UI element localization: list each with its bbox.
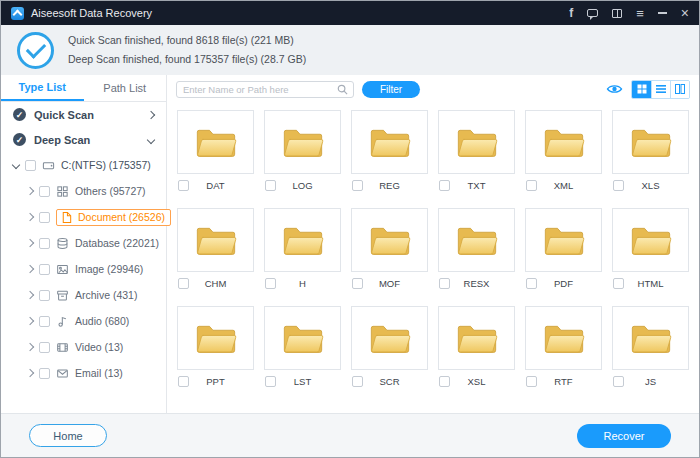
search-input[interactable] — [177, 84, 337, 95]
cell-checkbox[interactable] — [178, 180, 189, 191]
cell-checkbox[interactable] — [178, 376, 189, 387]
sidebar-item-others[interactable]: Others (95727) — [1, 178, 166, 204]
recover-button[interactable]: Recover — [577, 424, 671, 448]
cell-checkbox[interactable] — [439, 180, 450, 191]
file-type-cell[interactable]: XLS — [612, 110, 689, 193]
folder-thumbnail[interactable] — [351, 306, 428, 370]
folder-thumbnail[interactable] — [177, 306, 254, 370]
file-type-cell[interactable]: SCR — [351, 306, 428, 389]
cell-checkbox[interactable] — [265, 376, 276, 387]
cell-checkbox[interactable] — [439, 376, 450, 387]
folder-thumbnail[interactable] — [525, 306, 602, 370]
file-type-cell[interactable]: TXT — [438, 110, 515, 193]
cell-checkbox[interactable] — [613, 278, 624, 289]
file-type-cell[interactable]: HTML — [612, 208, 689, 291]
cell-checkbox[interactable] — [613, 180, 624, 191]
chevron-down-icon[interactable] — [12, 161, 20, 169]
folder-thumbnail[interactable] — [438, 306, 515, 370]
cell-checkbox[interactable] — [352, 180, 363, 191]
folder-thumbnail[interactable] — [351, 208, 428, 272]
folder-thumbnail[interactable] — [612, 306, 689, 370]
folder-thumbnail[interactable] — [351, 110, 428, 174]
guide-icon[interactable] — [612, 9, 622, 18]
sidebar-item-image[interactable]: Image (29946) — [1, 256, 166, 282]
file-type-cell[interactable]: PPT — [177, 306, 254, 389]
file-type-cell[interactable]: CHM — [177, 208, 254, 291]
cell-checkbox[interactable] — [265, 278, 276, 289]
sidebar-item-archive[interactable]: Archive (431) — [1, 282, 166, 308]
folder-thumbnail[interactable] — [438, 110, 515, 174]
file-type-cell[interactable]: REG — [351, 110, 428, 193]
chevron-right-icon[interactable] — [26, 239, 34, 247]
grid-view-button[interactable] — [632, 81, 651, 98]
folder-thumbnail[interactable] — [438, 208, 515, 272]
filter-button[interactable]: Filter — [362, 81, 420, 98]
chevron-right-icon[interactable] — [147, 110, 155, 118]
file-type-cell[interactable]: JS — [612, 306, 689, 389]
list-view-button[interactable] — [651, 81, 670, 98]
chevron-right-icon[interactable] — [26, 187, 34, 195]
search-box[interactable] — [176, 81, 354, 98]
file-type-cell[interactable]: H — [264, 208, 341, 291]
sidebar-item-quick-scan[interactable]: ✓ Quick Scan — [1, 102, 166, 127]
chevron-right-icon[interactable] — [26, 265, 34, 273]
cell-checkbox[interactable] — [613, 376, 624, 387]
detail-view-button[interactable] — [670, 81, 689, 98]
folder-thumbnail[interactable] — [525, 110, 602, 174]
sidebar-item-deep-scan[interactable]: ✓ Deep Scan — [1, 127, 166, 152]
file-type-cell[interactable]: PDF — [525, 208, 602, 291]
sidebar-item-video[interactable]: Video (13) — [1, 334, 166, 360]
folder-thumbnail[interactable] — [264, 208, 341, 272]
preview-eye-icon[interactable] — [606, 83, 623, 95]
tab-type-list[interactable]: Type List — [1, 75, 84, 101]
sidebar-item-email[interactable]: Email (13) — [1, 360, 166, 386]
file-type-cell[interactable]: MOF — [351, 208, 428, 291]
tree-checkbox[interactable] — [39, 368, 50, 379]
minimize-icon[interactable] — [658, 12, 667, 14]
cell-checkbox[interactable] — [526, 376, 537, 387]
tree-checkbox[interactable] — [39, 238, 50, 249]
chevron-right-icon[interactable] — [26, 291, 34, 299]
facebook-icon[interactable]: f — [569, 7, 573, 19]
folder-thumbnail[interactable] — [264, 306, 341, 370]
feedback-icon[interactable] — [587, 9, 598, 17]
folder-thumbnail[interactable] — [612, 208, 689, 272]
home-button[interactable]: Home — [29, 424, 107, 447]
file-type-cell[interactable]: XML — [525, 110, 602, 193]
tree-item-drive[interactable]: C:(NTFS) (175357) — [1, 152, 166, 178]
cell-checkbox[interactable] — [352, 278, 363, 289]
chevron-right-icon[interactable] — [26, 317, 34, 325]
chevron-right-icon[interactable] — [26, 343, 34, 351]
folder-thumbnail[interactable] — [177, 208, 254, 272]
sidebar-item-document[interactable]: Document (26526) — [1, 204, 166, 230]
file-type-cell[interactable]: RESX — [438, 208, 515, 291]
tree-checkbox[interactable] — [39, 212, 50, 223]
folder-thumbnail[interactable] — [264, 110, 341, 174]
tree-checkbox[interactable] — [39, 264, 50, 275]
tree-checkbox[interactable] — [39, 290, 50, 301]
menu-icon[interactable]: ≡ — [636, 7, 644, 20]
file-type-cell[interactable]: LOG — [264, 110, 341, 193]
folder-thumbnail[interactable] — [525, 208, 602, 272]
cell-checkbox[interactable] — [178, 278, 189, 289]
tab-path-list[interactable]: Path List — [84, 75, 167, 101]
chevron-right-icon[interactable] — [26, 369, 34, 377]
tree-checkbox[interactable] — [39, 316, 50, 327]
sidebar-item-database[interactable]: Database (22021) — [1, 230, 166, 256]
cell-checkbox[interactable] — [352, 376, 363, 387]
cell-checkbox[interactable] — [439, 278, 450, 289]
chevron-down-icon[interactable] — [147, 135, 155, 143]
sidebar-item-audio[interactable]: Audio (680) — [1, 308, 166, 334]
tree-checkbox[interactable] — [25, 160, 36, 171]
chevron-right-icon[interactable] — [26, 213, 34, 221]
file-type-cell[interactable]: RTF — [525, 306, 602, 389]
folder-thumbnail[interactable] — [612, 110, 689, 174]
file-type-cell[interactable]: DAT — [177, 110, 254, 193]
cell-checkbox[interactable] — [526, 180, 537, 191]
file-type-cell[interactable]: XSL — [438, 306, 515, 389]
selected-item-highlight[interactable]: Document (26526) — [56, 209, 171, 226]
folder-thumbnail[interactable] — [177, 110, 254, 174]
tree-checkbox[interactable] — [39, 186, 50, 197]
close-icon[interactable]: × — [681, 6, 689, 20]
cell-checkbox[interactable] — [265, 180, 276, 191]
